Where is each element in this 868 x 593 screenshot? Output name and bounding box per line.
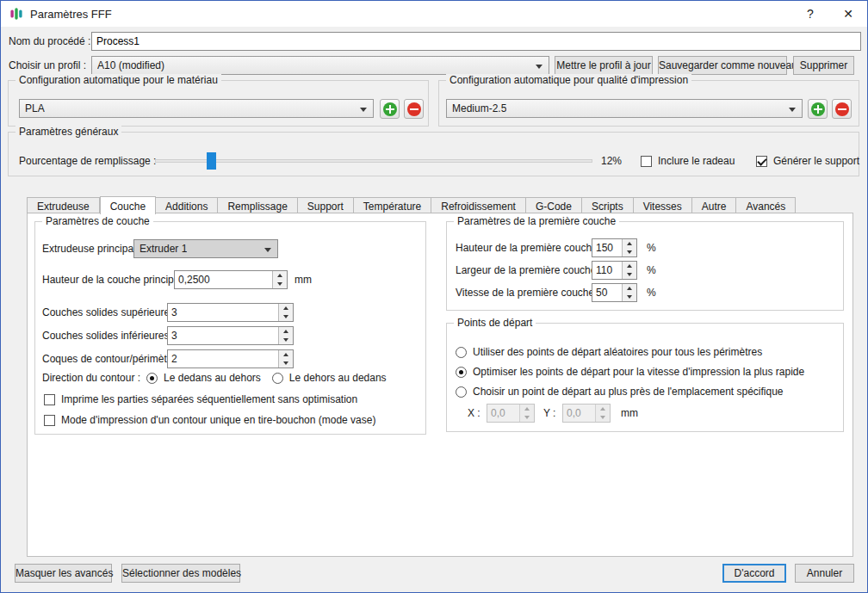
tab-support[interactable]: Support [298,197,354,213]
start-points-group: Points de départ Utiliser des points de … [446,323,844,432]
fff-settings-dialog: Paramètres FFF ? ✕ Nom du procédé : Choi… [0,0,868,593]
hide-advanced-button[interactable]: Masquer les avancés [15,564,112,583]
first-layer-width-spinbox[interactable]: 110 [592,261,637,280]
first-layer-height-value: 150 [592,239,622,256]
slider-handle[interactable] [207,152,216,170]
optimize-start-points-radio[interactable]: Optimiser les points de départ pour la v… [456,366,804,378]
spin-down-button[interactable] [623,248,636,256]
spin-down-button[interactable] [279,359,293,368]
tab-additions[interactable]: Additions [156,197,218,213]
tab-refroidissement[interactable]: Refroidissement [431,197,526,213]
first-layer-width-unit: % [647,261,656,280]
add-quality-button[interactable] [808,99,828,119]
remove-quality-button[interactable] [832,99,852,119]
tab-avances[interactable]: Avancés [736,197,796,213]
tab-scripts[interactable]: Scripts [582,197,634,213]
start-x-spinbox[interactable]: 0,0 [487,404,535,423]
spin-up-button[interactable] [596,405,610,413]
spin-up-button[interactable] [623,239,636,248]
save-as-new-button[interactable]: Sauvegarder comme nouveau [658,56,787,75]
direction-inside-out-radio[interactable]: Le dedans au dehors [146,372,261,384]
chevron-down-icon [360,108,367,112]
spin-down-button[interactable] [279,312,293,321]
checkbox-icon [641,156,652,167]
process-name-input[interactable] [91,32,861,51]
spin-up-button[interactable] [279,350,293,359]
include-raft-checkbox[interactable]: Inclure le radeau [641,155,735,167]
material-selected-value: PLA [25,102,45,114]
direction-outside-in-radio[interactable]: Le dehors au dedans [272,372,387,384]
infill-slider[interactable] [155,151,592,170]
tab-gcode[interactable]: G-Code [526,197,582,213]
tab-autre[interactable]: Autre [692,197,737,213]
radio-icon [272,373,283,384]
spin-up-button[interactable] [273,271,287,280]
material-select[interactable]: PLA [19,99,374,118]
spin-down-button[interactable] [623,293,636,301]
outline-perimeter-spinbox[interactable]: 2 [167,349,294,368]
first-layer-speed-unit: % [647,283,656,302]
spin-up-button[interactable] [279,327,293,336]
update-profile-button[interactable]: Mettre le profil à jour [555,56,653,75]
spin-up-button[interactable] [520,405,534,413]
specific-start-point-radio[interactable]: Choisir un point de départ au plus près … [456,386,784,398]
vase-mode-checkbox[interactable]: Mode d'impression d'un contour unique en… [44,414,375,426]
primary-extruder-select[interactable]: Extruder 1 [133,239,278,258]
outline-direction-label: Direction du contour : [42,372,140,384]
cancel-button[interactable]: Annuler [795,564,854,583]
close-button[interactable]: ✕ [829,1,867,27]
tab-extrudeuse[interactable]: Extrudeuse [27,197,100,213]
bottom-solid-layers-label: Couches solides inférieures [42,326,169,345]
select-models-button[interactable]: Sélectionner des modèles [121,564,240,583]
spin-down-button[interactable] [520,413,534,422]
triangle-up-icon [283,330,288,333]
generate-support-checkbox[interactable]: Générer le support [756,155,859,167]
first-layer-height-label: Hauteur de la première couche [456,238,598,257]
help-button[interactable]: ? [791,1,829,27]
include-raft-label: Inclure le radeau [658,155,735,167]
tab-vitesses[interactable]: Vitesses [634,197,692,213]
bottom-solid-layers-spinbox[interactable]: 3 [167,326,294,345]
start-y-spinbox[interactable]: 0,0 [562,404,611,423]
triangle-up-icon [283,353,288,356]
spin-down-button[interactable] [279,336,293,344]
auto-material-group: Configuration automatique pour le matéri… [8,80,429,127]
checkbox-checked-icon [756,156,767,167]
remove-material-button[interactable] [404,99,424,119]
spin-up-button[interactable] [279,304,293,312]
sequential-printing-checkbox[interactable]: Imprime les parties séparées séquentiell… [44,393,357,405]
spin-down-button[interactable] [596,413,610,422]
add-material-button[interactable] [380,99,400,119]
triangle-up-icon [524,407,530,411]
spin-up-button[interactable] [623,284,636,293]
quality-select[interactable]: Medium-2.5 [446,99,803,118]
ok-button[interactable]: D'accord [722,564,786,583]
spin-buttons [278,327,293,344]
outline-perimeter-label: Coques de contour/périmètre [42,349,176,368]
bottom-solid-layers-value: 3 [168,327,278,344]
spin-up-button[interactable] [623,262,636,270]
first-layer-title: Paramètres de la première couche [454,215,619,227]
triangle-up-icon [600,407,605,411]
first-layer-speed-spinbox[interactable]: 50 [592,283,637,302]
sequential-printing-label: Imprime les parties séparées séquentiell… [61,393,357,405]
slider-track[interactable] [155,159,592,163]
checkbox-icon [44,415,55,426]
checkbox-icon [44,394,55,405]
spin-down-button[interactable] [623,270,636,279]
layer-height-spinbox[interactable]: 0,2500 [174,270,288,289]
first-layer-height-spinbox[interactable]: 150 [592,238,637,257]
spin-buttons [622,284,636,301]
top-solid-layers-spinbox[interactable]: 3 [167,303,294,322]
spin-down-button[interactable] [273,280,287,288]
tab-couche[interactable]: Couche [100,196,156,214]
profile-select[interactable]: A10 (modified) [91,56,549,75]
random-start-points-radio[interactable]: Utiliser des points de départ aléatoires… [456,346,762,358]
delete-profile-button[interactable]: Supprimer [793,56,854,75]
tab-remplissage[interactable]: Remplissage [218,197,297,213]
triangle-down-icon [627,273,632,276]
optimize-start-points-label: Optimiser les points de départ pour la v… [473,366,804,378]
start-y-value: 0,0 [563,405,595,422]
first-layer-width-label: Largeur de la première couche [456,261,596,280]
tab-temperature[interactable]: Température [354,197,431,213]
